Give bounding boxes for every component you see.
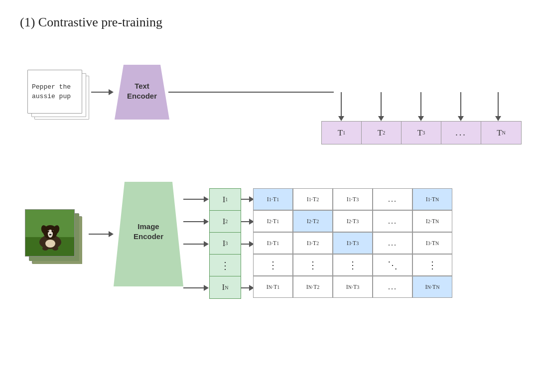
cell-1dots: ...: [373, 188, 412, 210]
image-encoder-shape: Image Encoder: [114, 182, 183, 286]
t-cell-1: T1: [322, 122, 362, 144]
cell-n2: IN·T2: [293, 276, 333, 298]
cell-ndots: ...: [373, 276, 412, 298]
cell-11: I1·T1: [253, 188, 293, 210]
matrix-row-2: I2·T1 I2·T2 I2·T3 ... I2·TN: [253, 210, 452, 232]
cell-13: I1·T3: [333, 188, 373, 210]
i-vector-column: I1 I2 I3 ⋮ IN: [209, 188, 241, 299]
svg-text:Encoder: Encoder: [127, 92, 157, 100]
svg-marker-1: [109, 89, 114, 95]
i-cell-1: I1: [210, 189, 241, 211]
svg-point-45: [49, 234, 52, 236]
diagram-container: Pepper the aussie pup Text Encoder T1 T2…: [20, 45, 523, 392]
paper-front: Pepper the aussie pup: [27, 70, 82, 114]
svg-point-48: [45, 240, 55, 248]
svg-marker-22: [204, 285, 209, 291]
cell-3dots: ...: [373, 232, 412, 254]
cell-dots3: ⋮: [333, 254, 373, 276]
svg-marker-20: [204, 241, 209, 247]
svg-marker-16: [204, 196, 209, 202]
cell-dots1: ⋮: [253, 254, 293, 276]
svg-point-43: [48, 230, 49, 231]
image-front: [25, 209, 75, 257]
t-cell-2: T2: [362, 122, 402, 144]
svg-marker-12: [495, 116, 501, 121]
svg-marker-6: [378, 116, 384, 121]
svg-marker-4: [338, 116, 344, 121]
t-vector-row: T1 T2 T3 ... TN: [321, 121, 522, 144]
cell-nn: IN·TN: [412, 276, 452, 298]
text-input-label: Pepper the aussie pup: [32, 82, 78, 102]
cell-22: I2·T2: [293, 210, 333, 232]
i-cell-n: IN: [210, 276, 241, 298]
page-title: (1) Contrastive pre-training: [20, 15, 518, 30]
svg-marker-14: [109, 231, 114, 237]
i-cell-3: I3: [210, 233, 241, 255]
matrix-row-3: I3·T1 I3·T2 I3·T3 ... I3·TN: [253, 232, 452, 254]
svg-point-50: [52, 247, 58, 251]
svg-text:Encoder: Encoder: [134, 232, 163, 241]
main-container: (1) Contrastive pre-training: [0, 0, 538, 392]
cell-33: I3·T3: [333, 232, 373, 254]
cell-32: I3·T2: [293, 232, 333, 254]
cell-12: I1·T2: [293, 188, 333, 210]
t-cell-3: T3: [402, 122, 441, 144]
svg-text:Text: Text: [134, 82, 149, 90]
svg-point-49: [42, 247, 48, 251]
image-encoder: Image Encoder: [114, 182, 183, 286]
i-cell-dots: ⋮: [210, 255, 241, 276]
i-cells-container: I1 I2 I3 ⋮ IN: [209, 188, 241, 299]
similarity-matrix: I1·T1 I1·T2 I1·T3 ... I1·TN I2·T1 I2·T2 …: [253, 188, 452, 298]
cell-dots2: ⋮: [293, 254, 333, 276]
svg-marker-8: [418, 116, 424, 121]
cell-2dots: ...: [373, 210, 412, 232]
matrix-row-n: IN·T1 IN·T2 IN·T3 ... IN·TN: [253, 276, 452, 298]
t-cells-container: T1 T2 T3 ... TN: [321, 121, 522, 144]
cell-31: I3·T1: [253, 232, 293, 254]
cell-3n: I3·TN: [412, 232, 452, 254]
matrix-row-1: I1·T1 I1·T2 I1·T3 ... I1·TN: [253, 188, 452, 210]
t-cell-dots: ...: [441, 122, 481, 144]
dog-image-svg: [25, 210, 75, 257]
matrix-row-dots: ⋮ ⋮ ⋮ ⋱ ⋮: [253, 254, 452, 276]
svg-text:Image: Image: [137, 222, 159, 231]
cell-n3: IN·T3: [333, 276, 373, 298]
cell-dotsdiag: ⋱: [373, 254, 412, 276]
cell-21: I2·T1: [253, 210, 293, 232]
cell-n1: IN·T1: [253, 276, 293, 298]
text-encoder-shape: Text Encoder: [115, 65, 169, 120]
cell-23: I2·T3: [333, 210, 373, 232]
svg-marker-10: [458, 116, 464, 121]
cell-dotsn: ⋮: [412, 254, 452, 276]
cell-2n: I2·TN: [412, 210, 452, 232]
text-encoder: Text Encoder: [115, 65, 169, 120]
svg-marker-18: [204, 219, 209, 225]
cell-1n: I1·TN: [412, 188, 452, 210]
i-cell-2: I2: [210, 211, 241, 233]
t-cell-n: TN: [481, 122, 521, 144]
